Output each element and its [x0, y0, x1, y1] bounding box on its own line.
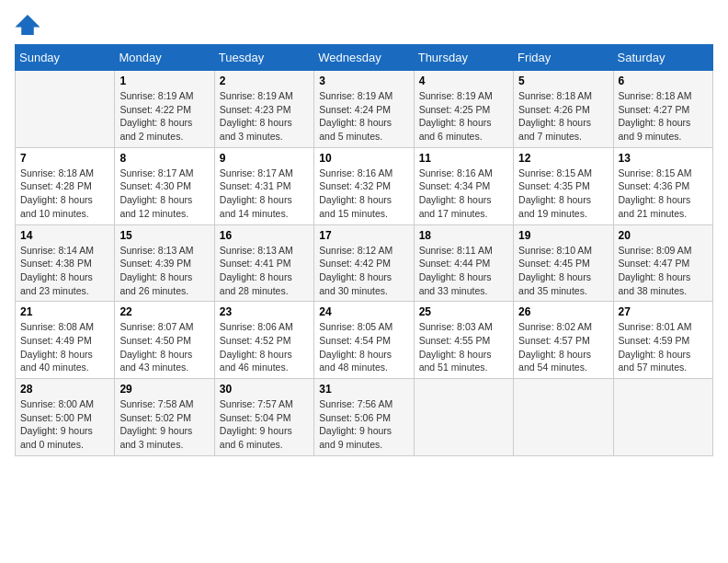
header-saturday: Saturday: [613, 45, 712, 71]
calendar-cell: 27Sunrise: 8:01 AMSunset: 4:59 PMDayligh…: [613, 302, 712, 379]
calendar-cell: 19Sunrise: 8:10 AMSunset: 4:45 PMDayligh…: [514, 224, 613, 302]
day-info: Sunrise: 8:01 AMSunset: 4:59 PMDaylight:…: [619, 320, 708, 374]
day-info: Sunrise: 8:09 AMSunset: 4:47 PMDaylight:…: [619, 244, 708, 298]
calendar-cell: [16, 71, 115, 148]
calendar-cell: 9Sunrise: 8:17 AMSunset: 4:31 PMDaylight…: [214, 147, 313, 224]
calendar-cell: 5Sunrise: 8:18 AMSunset: 4:26 PMDaylight…: [514, 71, 613, 148]
day-info: Sunrise: 8:16 AMSunset: 4:32 PMDaylight:…: [319, 167, 408, 221]
calendar-week-row: 1Sunrise: 8:19 AMSunset: 4:22 PMDaylight…: [16, 71, 713, 148]
day-info: Sunrise: 7:58 AMSunset: 5:02 PMDaylight:…: [119, 397, 209, 452]
calendar-week-row: 21Sunrise: 8:08 AMSunset: 4:49 PMDayligh…: [16, 302, 713, 379]
calendar-week-row: 28Sunrise: 8:00 AMSunset: 5:00 PMDayligh…: [16, 379, 713, 456]
day-number: 22: [119, 305, 209, 318]
day-number: 8: [119, 152, 209, 165]
calendar-cell: 22Sunrise: 8:07 AMSunset: 4:50 PMDayligh…: [115, 302, 214, 379]
day-info: Sunrise: 8:03 AMSunset: 4:55 PMDaylight:…: [419, 320, 508, 374]
calendar-cell: 29Sunrise: 7:58 AMSunset: 5:02 PMDayligh…: [115, 379, 214, 456]
day-number: 31: [319, 383, 408, 396]
day-info: Sunrise: 8:11 AMSunset: 4:44 PMDaylight:…: [419, 244, 508, 298]
header-monday: Monday: [115, 45, 214, 71]
calendar-cell: 23Sunrise: 8:06 AMSunset: 4:52 PMDayligh…: [214, 302, 313, 379]
header-friday: Friday: [514, 45, 613, 71]
day-info: Sunrise: 8:05 AMSunset: 4:54 PMDaylight:…: [319, 320, 408, 374]
calendar-cell: 1Sunrise: 8:19 AMSunset: 4:22 PMDaylight…: [115, 71, 214, 148]
day-number: 23: [220, 305, 309, 318]
day-info: Sunrise: 8:13 AMSunset: 4:41 PMDaylight:…: [220, 244, 309, 298]
calendar-cell: 31Sunrise: 7:56 AMSunset: 5:06 PMDayligh…: [314, 379, 414, 456]
day-info: Sunrise: 8:12 AMSunset: 4:42 PMDaylight:…: [319, 244, 408, 298]
calendar-table: SundayMondayTuesdayWednesdayThursdayFrid…: [15, 44, 713, 456]
day-number: 17: [319, 229, 408, 242]
calendar-cell: 21Sunrise: 8:08 AMSunset: 4:49 PMDayligh…: [16, 302, 115, 379]
day-number: 9: [220, 152, 309, 165]
calendar-week-row: 7Sunrise: 8:18 AMSunset: 4:28 PMDaylight…: [16, 147, 713, 224]
calendar-cell: [514, 379, 613, 456]
day-info: Sunrise: 8:17 AMSunset: 4:31 PMDaylight:…: [220, 167, 309, 221]
day-number: 10: [319, 152, 408, 165]
calendar-cell: 25Sunrise: 8:03 AMSunset: 4:55 PMDayligh…: [414, 302, 513, 379]
day-info: Sunrise: 8:17 AMSunset: 4:30 PMDaylight:…: [119, 167, 209, 221]
day-info: Sunrise: 8:06 AMSunset: 4:52 PMDaylight:…: [220, 320, 309, 374]
calendar-cell: 18Sunrise: 8:11 AMSunset: 4:44 PMDayligh…: [414, 224, 513, 302]
calendar-cell: [613, 379, 712, 456]
calendar-cell: 6Sunrise: 8:18 AMSunset: 4:27 PMDaylight…: [613, 71, 712, 148]
header-thursday: Thursday: [414, 45, 513, 71]
day-number: 16: [220, 229, 309, 242]
header-tuesday: Tuesday: [214, 45, 313, 71]
calendar-cell: 17Sunrise: 8:12 AMSunset: 4:42 PMDayligh…: [314, 224, 414, 302]
day-number: 2: [220, 75, 309, 87]
calendar-cell: 20Sunrise: 8:09 AMSunset: 4:47 PMDayligh…: [613, 224, 712, 302]
day-number: 6: [619, 75, 708, 87]
day-number: 15: [119, 229, 209, 242]
day-info: Sunrise: 8:18 AMSunset: 4:27 PMDaylight:…: [619, 89, 708, 144]
day-info: Sunrise: 8:19 AMSunset: 4:24 PMDaylight:…: [319, 89, 408, 144]
day-info: Sunrise: 8:10 AMSunset: 4:45 PMDaylight:…: [518, 244, 608, 298]
day-number: 5: [518, 75, 608, 87]
page-header: [15, 15, 713, 35]
day-number: 20: [619, 229, 708, 242]
header-wednesday: Wednesday: [314, 45, 414, 71]
day-info: Sunrise: 8:02 AMSunset: 4:57 PMDaylight:…: [518, 320, 608, 374]
day-number: 24: [319, 305, 408, 318]
day-info: Sunrise: 8:14 AMSunset: 4:38 PMDaylight:…: [20, 244, 109, 298]
calendar-cell: [414, 379, 513, 456]
day-number: 3: [319, 75, 408, 87]
calendar-cell: 26Sunrise: 8:02 AMSunset: 4:57 PMDayligh…: [514, 302, 613, 379]
day-info: Sunrise: 8:15 AMSunset: 4:35 PMDaylight:…: [518, 167, 608, 221]
day-info: Sunrise: 8:08 AMSunset: 4:49 PMDaylight:…: [20, 320, 109, 374]
day-info: Sunrise: 8:16 AMSunset: 4:34 PMDaylight:…: [419, 167, 508, 221]
calendar-cell: 2Sunrise: 8:19 AMSunset: 4:23 PMDaylight…: [214, 71, 313, 148]
day-info: Sunrise: 8:00 AMSunset: 5:00 PMDaylight:…: [20, 397, 109, 452]
day-info: Sunrise: 8:13 AMSunset: 4:39 PMDaylight:…: [119, 244, 209, 298]
day-info: Sunrise: 7:57 AMSunset: 5:04 PMDaylight:…: [220, 397, 309, 452]
day-info: Sunrise: 8:18 AMSunset: 4:26 PMDaylight:…: [518, 89, 608, 144]
day-number: 18: [419, 229, 508, 242]
day-number: 12: [518, 152, 608, 165]
calendar-cell: 28Sunrise: 8:00 AMSunset: 5:00 PMDayligh…: [16, 379, 115, 456]
calendar-cell: 16Sunrise: 8:13 AMSunset: 4:41 PMDayligh…: [214, 224, 313, 302]
svg-marker-0: [15, 15, 40, 35]
day-number: 7: [20, 152, 109, 165]
day-number: 26: [518, 305, 608, 318]
day-number: 28: [20, 383, 109, 396]
day-info: Sunrise: 7:56 AMSunset: 5:06 PMDaylight:…: [319, 397, 408, 452]
calendar-cell: 4Sunrise: 8:19 AMSunset: 4:25 PMDaylight…: [414, 71, 513, 148]
logo: [15, 15, 44, 35]
day-number: 14: [20, 229, 109, 242]
day-number: 19: [518, 229, 608, 242]
day-number: 29: [119, 383, 209, 396]
calendar-cell: 11Sunrise: 8:16 AMSunset: 4:34 PMDayligh…: [414, 147, 513, 224]
calendar-cell: 8Sunrise: 8:17 AMSunset: 4:30 PMDaylight…: [115, 147, 214, 224]
day-info: Sunrise: 8:19 AMSunset: 4:23 PMDaylight:…: [220, 89, 309, 144]
day-number: 13: [619, 152, 708, 165]
header-sunday: Sunday: [16, 45, 115, 71]
calendar-cell: 7Sunrise: 8:18 AMSunset: 4:28 PMDaylight…: [16, 147, 115, 224]
calendar-header-row: SundayMondayTuesdayWednesdayThursdayFrid…: [16, 45, 713, 71]
day-number: 30: [220, 383, 309, 396]
day-number: 11: [419, 152, 508, 165]
calendar-cell: 3Sunrise: 8:19 AMSunset: 4:24 PMDaylight…: [314, 71, 414, 148]
calendar-cell: 30Sunrise: 7:57 AMSunset: 5:04 PMDayligh…: [214, 379, 313, 456]
day-number: 4: [419, 75, 508, 87]
day-info: Sunrise: 8:15 AMSunset: 4:36 PMDaylight:…: [619, 167, 708, 221]
day-info: Sunrise: 8:18 AMSunset: 4:28 PMDaylight:…: [20, 167, 109, 221]
